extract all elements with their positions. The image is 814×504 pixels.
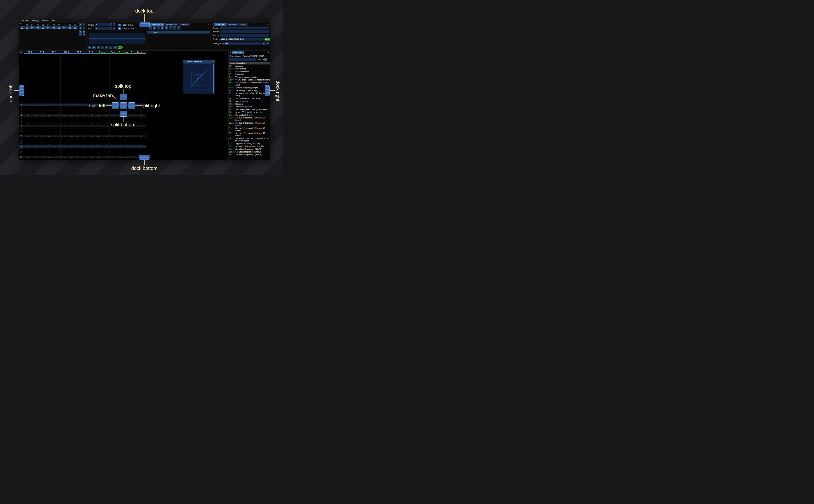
close-icon[interactable]: × (208, 23, 209, 25)
pattern-row-19[interactable]: 19... .. .. ....... .. .. ....... .. .. … (19, 153, 146, 156)
orders-duplicate-button[interactable]: ⊞ (79, 27, 82, 29)
instrument-duplicate-button[interactable]: ⊞ (153, 26, 156, 29)
tab-speed[interactable]: Speed (239, 23, 248, 26)
effect-row-04xy[interactable]: 04xyVibrato (x: speed; y: depth) (229, 76, 270, 79)
pattern-cell[interactable]: ... .. .. .... (85, 138, 97, 140)
pattern-cell[interactable]: ... .. .. .... (48, 109, 60, 111)
pattern-cell[interactable]: ... .. .. .... (36, 151, 48, 153)
instrument-open-button[interactable]: ▱ (157, 26, 160, 29)
pattern-cell[interactable]: ... .. .. .... (48, 122, 60, 124)
pattern-cell[interactable]: ... .. .. .... (24, 122, 36, 124)
tab-instruments[interactable]: Instruments (150, 23, 164, 26)
effect-row-07xy[interactable]: 07xyTremolo (x: speed; y: depth) (229, 87, 270, 89)
pattern-cell[interactable]: ... .. .. .... (122, 148, 134, 150)
pattern-row-11[interactable]: 11... .. .. ....... .. .. ....... .. .. … (19, 132, 146, 135)
pattern-cell[interactable]: ... .. .. .... (36, 125, 48, 127)
effect-row-19xx[interactable]: 19xxSet attack of all operators (0 to 1F… (229, 145, 270, 148)
pattern-cell[interactable]: ... .. .. .... (60, 159, 73, 160)
channel-header-square-2[interactable]: Square 2 (109, 51, 122, 54)
pattern-cell[interactable]: ... .. .. .... (24, 127, 36, 129)
menu-item-file[interactable]: file (20, 19, 25, 22)
instrument-toggle-folders-button[interactable]: ⚙ (165, 26, 168, 29)
pattern-cell[interactable]: ... .. .. .... (134, 114, 146, 116)
pattern-cell[interactable]: ... .. .. .... (134, 130, 146, 132)
close-icon[interactable]: × (212, 60, 214, 62)
pattern-cell[interactable]: ... .. .. .... (48, 135, 60, 137)
play-pattern-button[interactable]: ◉ (92, 46, 95, 49)
pattern-cell[interactable]: ... .. .. .... (122, 141, 134, 142)
effect-row-0Axy[interactable]: 0AxyVolume slide (0y: down; x0: up) (229, 97, 270, 100)
order-value-cell[interactable]: 00 (56, 27, 62, 29)
pattern-cell[interactable]: ... .. .. .... (109, 148, 122, 150)
album-field[interactable] (220, 34, 269, 37)
pattern-cell[interactable]: ... .. .. .... (85, 143, 97, 145)
pattern-cell[interactable]: ... .. .. .... (73, 114, 85, 116)
pattern-cell[interactable]: ... .. .. .... (85, 156, 97, 158)
pattern-cell[interactable]: ... .. .. .... (73, 127, 85, 129)
pattern-cell[interactable]: ... .. .. .... (73, 156, 85, 158)
orders-add-button[interactable]: + (79, 23, 82, 26)
pattern-cell[interactable]: ... .. .. .... (109, 151, 122, 153)
menu-item-edit[interactable]: edit (25, 19, 31, 22)
pattern-cell[interactable]: ... .. .. .... (85, 146, 97, 148)
pattern-cell[interactable]: ... .. .. .... (36, 104, 48, 106)
channel-expand-button[interactable]: ++ (19, 51, 24, 54)
pattern-row-12[interactable]: 12... .. .. ....... .. .. ....... .. .. … (19, 135, 146, 137)
poly-toggle-button[interactable]: Poly (118, 46, 123, 49)
order-value-cell[interactable]: 00 (40, 27, 46, 29)
close-icon[interactable]: × (267, 23, 268, 25)
pattern-cell[interactable]: ... .. .. .... (97, 151, 109, 153)
dock-target-right[interactable] (265, 85, 270, 96)
pattern-cell[interactable]: ... .. .. .... (60, 117, 73, 119)
effect-row-09xy[interactable]: 09xySet groove pattern (speed 1 if no gr… (229, 92, 270, 97)
pattern-cell[interactable]: ... .. .. .... (85, 112, 97, 113)
order-value-cell[interactable]: 00 (67, 27, 72, 29)
pattern-cell[interactable]: ... .. .. .... (24, 154, 36, 155)
pattern-cell[interactable]: ... .. .. .... (60, 133, 73, 134)
author-field[interactable] (220, 30, 269, 33)
pattern-cell[interactable]: ... .. .. .... (48, 151, 60, 153)
tab-wavetables[interactable]: Wavetables (164, 23, 178, 26)
menu-item-help[interactable]: help (50, 19, 56, 22)
order-value-cell[interactable]: 00 (30, 27, 35, 29)
effect-row-0Dxx[interactable]: 0DxxJump to next pattern (229, 106, 270, 108)
pattern-cell[interactable]: ... .. .. .... (134, 112, 146, 113)
channel-header-fm-6[interactable]: FM 6 (85, 51, 97, 54)
make-tab-target[interactable] (120, 102, 127, 109)
tuning-plus-button[interactable]: + (266, 42, 268, 45)
pattern-cell[interactable]: ... .. .. .... (109, 133, 122, 134)
pattern-cell[interactable]: ... .. .. .... (73, 138, 85, 140)
effect-row-05xy[interactable]: 05xyVolume slide + vibrato (compatibilit… (229, 79, 270, 81)
pattern-cell[interactable]: ... .. .. .... (85, 127, 97, 129)
pattern-cell[interactable]: ... .. .. .... (73, 133, 85, 134)
pattern-cell[interactable]: ... .. .. .... (109, 143, 122, 145)
pattern-cell[interactable]: ... .. .. .... (97, 112, 109, 113)
pattern-cell[interactable]: ... .. .. .... (36, 141, 48, 142)
pattern-cell[interactable]: ... .. .. .... (36, 127, 48, 129)
edit-record-button[interactable]: ● (105, 46, 108, 49)
pattern-cell[interactable]: ... .. .. .... (60, 127, 73, 129)
pattern-cell[interactable]: ... .. .. .... (24, 156, 36, 158)
pattern-cell[interactable]: ... .. .. .... (48, 114, 60, 116)
tab-subsongs[interactable]: Subsongs (226, 23, 239, 26)
orders-selected-row[interactable]: 0000000000000000000000 (20, 26, 78, 29)
follow-orders-checkbox[interactable]: ✓ (118, 24, 121, 26)
pattern-cell[interactable]: ... .. .. .... (60, 148, 73, 150)
effect-row-1Cxx[interactable]: 1CxxSet attack of operator 3 (0 to 1F) (229, 153, 270, 156)
pattern-cell[interactable]: ... .. .. .... (36, 159, 48, 160)
pattern-cell[interactable]: ... .. .. .... (73, 109, 85, 111)
pattern-row-3[interactable]: 3... .. .. ....... .. .. ....... .. .. .… (19, 111, 146, 114)
collapse-icon[interactable]: ▼ (230, 52, 231, 53)
pattern-cell[interactable]: ... .. .. .... (134, 143, 146, 145)
effect-row-06xy[interactable]: 06xyVolume slide + portamento (compatibi… (229, 81, 270, 87)
collapse-icon[interactable]: ▼ (184, 61, 185, 62)
pattern-cell[interactable]: ... .. .. .... (73, 159, 85, 160)
pattern-cell[interactable]: ... .. .. .... (24, 148, 36, 150)
pattern-cell[interactable]: ... .. .. .... (60, 156, 73, 158)
channel-header-square-3[interactable]: Square 3 (122, 51, 134, 54)
pattern-cell[interactable]: ... .. .. .... (97, 135, 109, 137)
effect-row-11xx[interactable]: 11xxSet feedback (0 to 7) (229, 114, 270, 117)
pattern-cell[interactable]: ... .. .. .... (97, 143, 109, 145)
pattern-cell[interactable]: ... .. .. .... (36, 112, 48, 113)
pattern-cell[interactable]: ... .. .. .... (85, 122, 97, 124)
